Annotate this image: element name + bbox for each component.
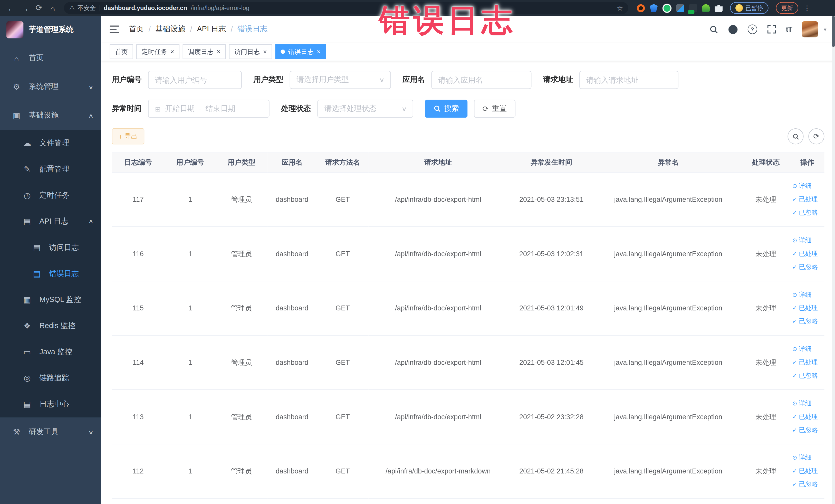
cell-actions: ⊙ 详细 ✓ 已处理 ✓ 已忽略 — [790, 281, 824, 335]
detail-link[interactable]: ⊙ 详细 — [792, 343, 822, 356]
sidebar-item-redis-monitor[interactable]: ❖ Redis 监控 — [0, 313, 101, 339]
extension-icon-shield[interactable] — [650, 4, 658, 12]
sidebar-item-mysql-monitor[interactable]: ▦ MySQL 监控 — [0, 286, 101, 313]
search-icon[interactable] — [709, 25, 718, 34]
user-id-input[interactable] — [148, 71, 242, 89]
sidebar-item-home[interactable]: ⌂ 首页 — [0, 44, 101, 73]
close-icon[interactable]: × — [317, 48, 321, 55]
chrome-update-button[interactable]: 更新 — [776, 2, 798, 14]
cell-user-type: 管理员 — [216, 227, 267, 281]
chevron-down-icon[interactable]: ▾ — [824, 26, 826, 32]
detail-link[interactable]: ⊙ 详细 — [792, 180, 822, 193]
hide-search-button[interactable] — [788, 128, 803, 144]
cell-app-name: dashboard — [267, 172, 317, 227]
github-icon[interactable] — [729, 25, 737, 34]
processed-link[interactable]: ✓ 已处理 — [792, 356, 822, 369]
process-status-select[interactable]: 请选择处理状态 ∨ — [317, 100, 413, 118]
app-logo-row[interactable]: 芋道管理系统 — [0, 16, 101, 44]
font-size-icon[interactable]: tT — [786, 25, 792, 34]
tab-access-log[interactable]: 访问日志 × — [229, 44, 272, 59]
tab-home[interactable]: 首页 — [109, 44, 133, 59]
home-icon[interactable]: ⌂ — [47, 3, 59, 12]
request-url-input[interactable] — [579, 71, 678, 89]
table-tools: ⟳ — [788, 128, 824, 144]
cell-request-url: /api/infra/db-doc/export-html — [368, 227, 508, 281]
ignored-link[interactable]: ✓ 已忽略 — [792, 206, 822, 220]
app-name-label: 应用名 — [403, 75, 425, 85]
user-type-select[interactable]: 请选择用户类型 ∨ — [290, 71, 391, 89]
check-icon: ✓ — [792, 369, 797, 383]
sidebar-item-scheduled-tasks[interactable]: ◷ 定时任务 — [0, 182, 101, 208]
cell-app-name: dashboard — [267, 281, 317, 335]
export-button[interactable]: ↓ 导出 — [112, 128, 144, 144]
sidebar-item-infrastructure[interactable]: ▣ 基础设施 ∧ — [0, 101, 101, 130]
close-icon[interactable]: × — [170, 48, 174, 55]
check-icon: ✓ — [792, 247, 797, 261]
reset-button[interactable]: ⟳ 重置 — [474, 100, 515, 118]
exception-time-range-picker[interactable]: ⊞ 开始日期 - 结束日期 — [148, 100, 269, 118]
profile-paused-badge[interactable]: 已暂停 — [730, 2, 768, 14]
sidebar-item-java-monitor[interactable]: ▭ Java 监控 — [0, 339, 101, 365]
extension-icon-adblock[interactable] — [637, 4, 645, 12]
check-icon: ✓ — [792, 315, 797, 328]
app-name-input[interactable] — [431, 71, 531, 89]
processed-link[interactable]: ✓ 已处理 — [792, 410, 822, 423]
close-icon[interactable]: × — [263, 48, 267, 55]
back-icon[interactable]: ← — [5, 3, 17, 12]
ignored-link[interactable]: ✓ 已忽略 — [792, 260, 822, 274]
breadcrumb-home[interactable]: 首页 — [129, 24, 144, 34]
extension-icon-on-badge[interactable] — [689, 4, 697, 12]
address-bar[interactable]: ⚠ 不安全 dashboard.yudao.iocoder.cn /infra/… — [64, 2, 628, 14]
cell-app-name: dashboard — [267, 390, 317, 444]
app-title: 芋道管理系统 — [29, 25, 74, 35]
close-icon[interactable]: × — [217, 48, 221, 55]
sidebar-collapse-icon[interactable] — [109, 26, 119, 33]
search-button[interactable]: 搜索 — [425, 100, 468, 118]
processed-link[interactable]: ✓ 已处理 — [792, 301, 822, 315]
sidebar-item-log-center[interactable]: ▤ 日志中心 — [0, 391, 101, 417]
detail-link[interactable]: ⊙ 详细 — [792, 397, 822, 410]
tab-schedule-log[interactable]: 调度日志 × — [183, 44, 226, 59]
sidebar-item-error-log[interactable]: ▤ 错误日志 — [0, 260, 101, 286]
detail-link[interactable]: ⊙ 详细 — [792, 451, 822, 464]
processed-link[interactable]: ✓ 已处理 — [792, 464, 822, 478]
avatar[interactable] — [802, 21, 818, 37]
check-icon: ✓ — [792, 260, 797, 274]
sidebar-item-file-management[interactable]: ☁ 文件管理 — [0, 130, 101, 156]
sidebar-item-system-management[interactable]: ⚙ 系统管理 ∨ — [0, 73, 101, 101]
bookmark-star-icon[interactable]: ☆ — [617, 4, 623, 12]
check-icon: ✓ — [792, 206, 797, 220]
cell-method: GET — [317, 335, 368, 390]
forward-icon[interactable]: → — [19, 3, 31, 12]
security-warning[interactable]: ⚠ 不安全 — [69, 4, 96, 12]
extension-icon-puzzle[interactable] — [715, 4, 722, 12]
reload-icon[interactable]: ⟳ — [33, 3, 45, 13]
tab-error-log[interactable]: 错误日志 × — [276, 44, 326, 59]
scrollbar-thumb[interactable] — [832, 16, 835, 47]
sidebar-item-access-log[interactable]: ▤ 访问日志 — [0, 235, 101, 261]
fullscreen-icon[interactable] — [767, 25, 776, 34]
tab-scheduled-tasks[interactable]: 定时任务 × — [136, 44, 179, 59]
ignored-link[interactable]: ✓ 已忽略 — [792, 315, 822, 328]
extension-icon-green-v[interactable] — [663, 3, 672, 12]
sidebar-item-config-management[interactable]: ✎ 配置管理 — [0, 156, 101, 182]
help-icon[interactable]: ? — [748, 24, 757, 34]
processed-link[interactable]: ✓ 已处理 — [792, 247, 822, 261]
ignored-link[interactable]: ✓ 已忽略 — [792, 423, 822, 437]
breadcrumb-api-logs[interactable]: API 日志 — [197, 24, 226, 34]
refresh-button[interactable]: ⟳ — [808, 128, 824, 144]
cell-method: GET — [317, 172, 368, 227]
detail-link[interactable]: ⊙ 详细 — [792, 288, 822, 301]
ignored-link[interactable]: ✓ 已忽略 — [792, 369, 822, 383]
detail-link[interactable]: ⊙ 详细 — [792, 234, 822, 247]
extension-icon-leaf[interactable] — [702, 4, 710, 12]
processed-link[interactable]: ✓ 已处理 — [792, 193, 822, 206]
sidebar-item-dev-tools[interactable]: ⚒ 研发工具 ∨ — [0, 417, 101, 446]
extension-icon-grid[interactable] — [676, 4, 684, 12]
sidebar-item-api-logs[interactable]: ▤ API 日志 ∧ — [0, 208, 101, 235]
sidebar-item-trace[interactable]: ◎ 链路追踪 — [0, 365, 101, 391]
ignored-link[interactable]: ✓ 已忽略 — [792, 478, 822, 491]
gear-icon: ⚙ — [11, 82, 22, 92]
breadcrumb-infrastructure[interactable]: 基础设施 — [156, 24, 185, 34]
browser-menu-icon[interactable]: ⋮ — [804, 4, 811, 12]
